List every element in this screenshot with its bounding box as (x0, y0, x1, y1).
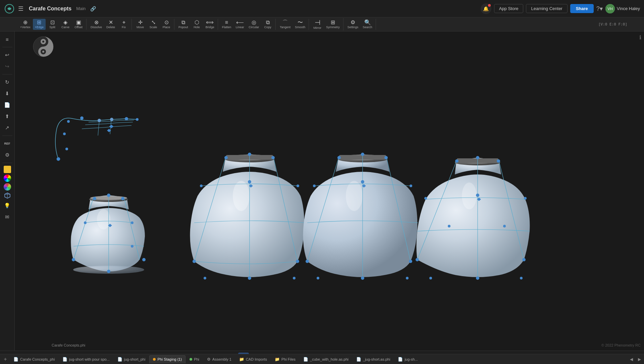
svg-point-18 (98, 119, 101, 122)
symmetry-tool[interactable]: ⊞ Symmetry (324, 19, 342, 30)
svg-point-98 (448, 225, 450, 227)
split-icon: ⊡ (50, 20, 55, 25)
color-yellow-swatch[interactable] (4, 166, 11, 173)
info-icon[interactable]: ℹ (639, 34, 641, 41)
learning-center-button[interactable]: Learning Center (526, 4, 567, 13)
svg-point-88 (497, 159, 500, 163)
carve-tool[interactable]: ◈ Carve (59, 19, 72, 30)
tangent-label: Tangent (280, 25, 290, 29)
delete-tool[interactable]: ✕ Delete (104, 19, 117, 30)
svg-point-86 (455, 159, 459, 163)
vase-tall-center-left (190, 153, 305, 280)
linear-tool[interactable]: ⟵ Linear (233, 19, 246, 30)
tab-jug-sh-more[interactable]: 📄 jug-sh... (394, 355, 421, 363)
help-button[interactable]: ?▾ (596, 5, 603, 12)
svg-point-40 (131, 245, 133, 248)
move-tool[interactable]: ✛ Move (134, 19, 147, 30)
tab-nav-left[interactable]: ◀ (628, 356, 635, 363)
jug-wireframe-handle (55, 116, 139, 161)
svg-point-27 (97, 209, 110, 229)
offset-tool[interactable]: ▣ Offset (72, 19, 85, 30)
color-wheel-swatch[interactable] (4, 183, 11, 191)
vase-right-partial (416, 156, 530, 280)
user-menu[interactable]: VH Vince Haley (605, 4, 640, 13)
color-multi-swatch[interactable] (4, 174, 11, 182)
ref-button[interactable]: REF (2, 139, 13, 149)
user-name: Vince Haley (617, 6, 640, 11)
add-vertex-tool[interactable]: ⊕ +Vertex (18, 19, 33, 30)
tab-phi-staging[interactable]: Phi Staging (1) (149, 355, 185, 363)
undo-button[interactable]: ↩ (2, 50, 13, 60)
upload-button[interactable]: ⬆ (2, 111, 13, 121)
tab-cube-with-hole[interactable]: 📄 _cube_with_hole.as.phi (300, 355, 352, 363)
svg-point-56 (296, 260, 299, 263)
fix-tool[interactable]: ⌖ Fix (117, 19, 130, 30)
svg-point-21 (136, 118, 139, 121)
refresh-button[interactable]: ↻ (2, 77, 13, 87)
svg-point-75 (409, 260, 412, 263)
lamp-button[interactable]: 💡 (2, 201, 13, 211)
cube-3d-button[interactable] (4, 192, 11, 199)
svg-point-17 (80, 116, 84, 120)
svg-point-55 (193, 260, 196, 263)
svg-point-58 (204, 277, 206, 279)
svg-point-90 (476, 194, 479, 197)
onshape-logo[interactable] (4, 3, 15, 14)
mail-button[interactable]: ✉ (2, 212, 13, 222)
bridge-tool[interactable]: ⟺ Bridge (204, 19, 216, 30)
share-button[interactable]: Share (570, 4, 594, 13)
add-edge-tool[interactable]: ⊞ +Edge (33, 19, 46, 30)
svg-point-70 (313, 185, 316, 187)
svg-point-31 (93, 197, 96, 200)
smooth-tool[interactable]: 〜 Smooth (293, 19, 307, 30)
sidebar-panel-button[interactable]: ≡ (2, 34, 13, 44)
settings-tool[interactable]: ⚙ Settings (345, 19, 361, 30)
menu-icon[interactable]: ☰ (18, 5, 23, 12)
flatten-icon: ≡ (225, 20, 228, 25)
copy-tool[interactable]: ⧉ Copy (261, 19, 274, 30)
search-tool[interactable]: 🔍 Search (361, 19, 374, 30)
download-button[interactable]: ⬇ (2, 89, 13, 99)
tool-group-smooth: ⌒ Tangent 〜 Smooth (276, 19, 309, 30)
svg-point-50 (271, 156, 275, 159)
circular-label: Circular (249, 25, 259, 29)
assembly-button[interactable]: ⚙ (2, 150, 13, 160)
dissolve-tool[interactable]: ⊗ Dissolve (89, 19, 104, 30)
move-label: Move (137, 25, 144, 29)
svg-point-15 (63, 133, 66, 135)
tab-jug-short-phi[interactable]: 📄 jug-short_phi (114, 355, 149, 363)
svg-point-35 (142, 258, 146, 261)
canvas-viewport[interactable] (15, 32, 644, 351)
tab-folder-icon-2: 📁 (275, 357, 280, 362)
document-link-icon[interactable]: 🔗 (90, 6, 96, 11)
split-tool[interactable]: ⊡ Split (46, 19, 59, 30)
add-tab-button[interactable]: + (1, 355, 9, 363)
hole-tool[interactable]: ⬡ Hole (191, 19, 203, 30)
circular-tool[interactable]: ◎ Circular (247, 19, 261, 30)
svg-point-68 (361, 153, 364, 156)
tangent-tool[interactable]: ⌒ Tangent (278, 19, 292, 30)
mirror-tool[interactable]: ⊣ Mirror (311, 18, 324, 31)
notification-button[interactable]: 🔔 (481, 3, 491, 14)
tab-assembly-1[interactable]: ⚙ Assembly 1 (203, 355, 235, 363)
export-button[interactable]: ↗ (2, 123, 13, 133)
tab-nav-right[interactable]: ▶ (636, 356, 643, 363)
flatten-tool[interactable]: ≡ Flatten (220, 19, 233, 30)
document-button[interactable]: 📄 (2, 100, 13, 110)
tool-group-mesh: ⊕ +Vertex ⊞ +Edge ⊡ Split ◈ Carve ▣ Offs… (17, 19, 87, 30)
popout-tool[interactable]: ⧉ Popout (176, 19, 190, 30)
tab-doc-icon-3: 📄 (117, 357, 122, 362)
redo-button[interactable]: ↪ (2, 61, 13, 71)
canvas-area[interactable]: Carafe Concepts.phi © 2022 Phenometry RC… (15, 32, 644, 351)
place-tool[interactable]: ⊙ Place (160, 19, 173, 30)
tab-doc-icon-2: 📄 (62, 357, 67, 362)
tab-carafe-concepts-phi[interactable]: 📄 Carafe Concepts_phi (10, 355, 58, 363)
tab-cad-imports[interactable]: 📁 CAD Imports (235, 355, 271, 363)
scale-label: Scale (150, 25, 157, 29)
tab-phi-files[interactable]: 📁 Phi Files (271, 355, 299, 363)
tab-jug-short-pour[interactable]: 📄 jug-short with pour spo... (59, 355, 113, 363)
app-store-button[interactable]: App Store (494, 4, 524, 13)
tab-phi[interactable]: Phi (186, 355, 203, 363)
tab-jug-short-as-phi[interactable]: 📄 _jug-short.as.phi (353, 355, 394, 363)
scale-tool[interactable]: ⤡ Scale (147, 19, 160, 30)
